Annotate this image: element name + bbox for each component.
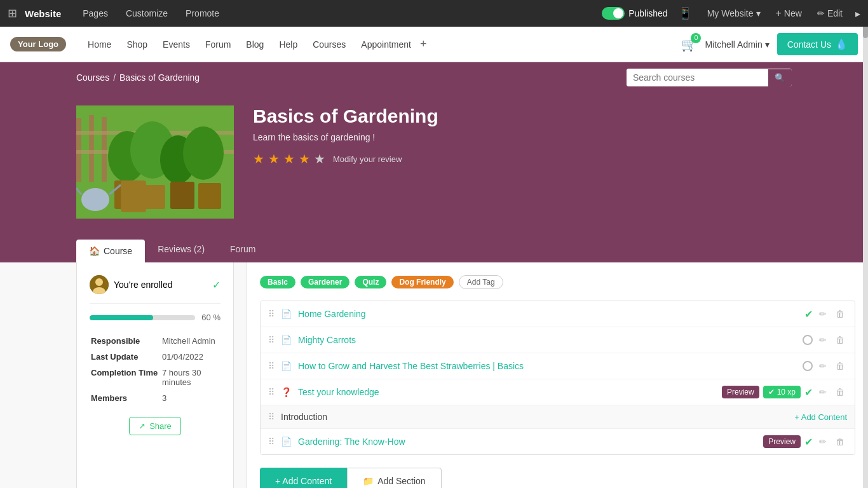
tabs-bar: 🏠 Course Reviews (2) Forum	[0, 238, 868, 262]
course-actions-5: Preview ✔ ✏ 🗑	[763, 435, 847, 448]
nav-help[interactable]: Help	[273, 39, 304, 50]
add-tag-button[interactable]: Add Tag	[459, 275, 503, 289]
course-link-4[interactable]: Test your knowledge	[298, 387, 715, 397]
plus-icon: +	[776, 8, 782, 19]
admin-nav-promote[interactable]: Promote	[179, 8, 226, 18]
drag-handle-icon[interactable]: ⠿	[268, 309, 275, 319]
delete-icon-2[interactable]: 🗑	[833, 334, 847, 346]
edit-icon-2[interactable]: ✏	[817, 334, 829, 346]
nav-events[interactable]: Events	[156, 39, 196, 50]
add-content-button[interactable]: + Add Content	[260, 468, 347, 488]
star-4[interactable]: ★	[299, 151, 310, 166]
status-check-icon-1[interactable]: ✔	[804, 308, 813, 320]
nav-appointment[interactable]: Appointment	[355, 39, 417, 50]
svg-rect-3	[102, 117, 107, 182]
scrollbar[interactable]	[863, 0, 868, 488]
course-search-input[interactable]	[627, 69, 768, 86]
nav-courses[interactable]: Courses	[306, 39, 352, 50]
admin-nav-customize[interactable]: Customize	[119, 8, 174, 18]
edit-icon-4[interactable]: ✏	[817, 386, 829, 398]
star-3[interactable]: ★	[283, 151, 295, 166]
status-check-icon-5[interactable]: ✔	[804, 436, 813, 448]
course-title: Basics of Gardening	[253, 105, 792, 127]
cart-button[interactable]: 🛒 0	[681, 37, 697, 52]
svg-rect-13	[198, 183, 221, 209]
contact-button[interactable]: Contact Us 💧	[777, 33, 858, 55]
responsible-value: Mitchell Admin	[162, 334, 219, 348]
share-button[interactable]: ↗ Share	[129, 417, 181, 435]
nav-forum[interactable]: Forum	[199, 39, 237, 50]
nav-home[interactable]: Home	[81, 39, 118, 50]
edit-button[interactable]: ✏ Edit	[812, 8, 848, 18]
new-button[interactable]: + New	[771, 8, 807, 19]
drag-handle-icon[interactable]: ⠿	[268, 335, 275, 345]
star-1[interactable]: ★	[253, 151, 264, 166]
drag-handle-icon[interactable]: ⠿	[268, 387, 275, 397]
svg-rect-10	[114, 180, 140, 209]
logo[interactable]: Your Logo	[10, 37, 66, 51]
grid-icon[interactable]: ⊞	[8, 6, 17, 20]
pencil-icon: ✏	[817, 8, 825, 18]
delete-icon-4[interactable]: 🗑	[833, 386, 847, 398]
logo-wrap[interactable]: Your Logo	[10, 37, 66, 51]
nav-shop[interactable]: Shop	[120, 39, 154, 50]
tag-gardener[interactable]: Gardener	[301, 276, 349, 288]
file-icon: 📄	[281, 361, 292, 371]
user-menu-button[interactable]: Mitchell Admin ▾	[705, 39, 769, 50]
user-chevron-icon: ▾	[765, 39, 770, 50]
tag-dog-friendly[interactable]: Dog Friendly	[391, 276, 453, 288]
status-circle-icon-3[interactable]	[803, 361, 813, 371]
drag-handle-icon[interactable]: ⠿	[268, 437, 275, 447]
edit-icon-5[interactable]: ✏	[817, 435, 829, 448]
course-link-3[interactable]: How to Grow and Harvest The Best Strawbe…	[298, 361, 796, 371]
edit-icon-1[interactable]: ✏	[817, 308, 829, 320]
drag-handle-icon[interactable]: ⠿	[268, 412, 275, 422]
search-icon: 🔍	[775, 73, 785, 83]
published-toggle[interactable]	[602, 7, 625, 20]
svg-rect-2	[89, 115, 94, 182]
preview-badge-4[interactable]: Preview	[722, 386, 759, 398]
add-nav-item-button[interactable]: +	[420, 37, 427, 51]
status-circle-icon-2[interactable]	[803, 335, 813, 345]
breadcrumb: Courses / Basics of Gardening	[76, 72, 200, 83]
course-link-5[interactable]: Gardening: The Know-How	[298, 437, 757, 447]
delete-icon-3[interactable]: 🗑	[833, 360, 847, 372]
edit-icon-3[interactable]: ✏	[817, 360, 829, 372]
drag-handle-icon[interactable]: ⠿	[268, 361, 275, 371]
xp-badge-4: ✔ 10 xp	[763, 386, 801, 398]
table-row: ⠿ 📄 Mighty Carrots ✏ 🗑	[261, 327, 855, 353]
status-check-icon-4[interactable]: ✔	[804, 386, 813, 398]
tab-forum[interactable]: Forum	[217, 238, 268, 262]
avatar	[90, 275, 109, 294]
preview-badge-5[interactable]: Preview	[763, 435, 801, 448]
delete-icon-5[interactable]: 🗑	[833, 435, 847, 448]
tag-basic[interactable]: Basic	[260, 276, 295, 288]
course-actions-1: ✔ ✏ 🗑	[804, 308, 847, 320]
nav-blog[interactable]: Blog	[240, 39, 270, 50]
delete-icon-1[interactable]: 🗑	[833, 308, 847, 320]
arrow-icon[interactable]: ▸	[855, 8, 860, 20]
course-link-2[interactable]: Mighty Carrots	[298, 335, 796, 345]
add-section-button[interactable]: 📁 Add Section	[347, 468, 442, 488]
tab-course[interactable]: 🏠 Course	[76, 240, 145, 262]
tag-quiz[interactable]: Quiz	[355, 276, 386, 288]
add-content-inline-button[interactable]: + Add Content	[794, 412, 847, 422]
mobile-icon[interactable]: 📱	[678, 6, 692, 20]
website-label[interactable]: Website	[25, 8, 61, 19]
my-website-button[interactable]: My Website ▾	[702, 8, 766, 18]
modify-review-link[interactable]: Modify your review	[333, 154, 402, 164]
breadcrumb-bar: Courses / Basics of Gardening 🔍	[0, 62, 868, 93]
admin-nav-pages[interactable]: Pages	[76, 8, 114, 18]
star-2[interactable]: ★	[268, 151, 280, 166]
completion-label: Completion Time	[91, 365, 161, 390]
enrolled-text: You're enrolled	[114, 280, 172, 290]
star-5[interactable]: ★	[314, 151, 325, 166]
share-icon: ↗	[139, 421, 146, 431]
course-search-button[interactable]: 🔍	[768, 69, 792, 86]
last-update-label: Last Update	[91, 349, 161, 364]
contact-drop-icon: 💧	[835, 38, 848, 50]
breadcrumb-courses-link[interactable]: Courses	[76, 72, 109, 83]
tab-reviews[interactable]: Reviews (2)	[145, 238, 217, 262]
course-link-1[interactable]: Home Gardening	[298, 309, 798, 319]
published-label: Published	[628, 8, 668, 18]
